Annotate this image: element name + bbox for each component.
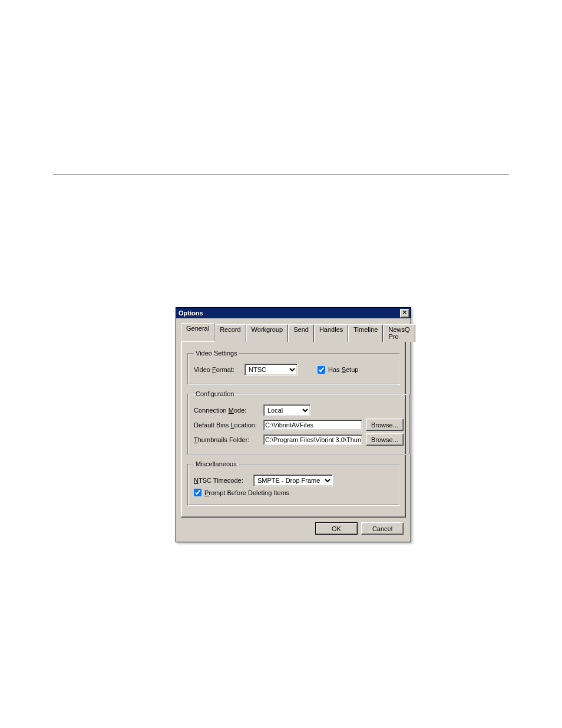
- video-format-label: Video Format:: [194, 366, 241, 373]
- row-ntsc-timecode: NTSC Timecode: SMPTE - Drop Frame: [194, 475, 393, 486]
- tab-handles[interactable]: Handles: [314, 324, 348, 342]
- dialog-button-row: OK Cancel: [176, 522, 411, 542]
- dialog-title: Options: [178, 308, 203, 318]
- tab-workgroup[interactable]: Workgroup: [246, 324, 289, 342]
- close-icon: ✕: [401, 309, 409, 316]
- ntsc-timecode-select[interactable]: SMPTE - Drop Frame: [253, 475, 333, 486]
- tab-timeline[interactable]: Timeline: [348, 324, 383, 342]
- options-dialog: Options ✕ General Record Workgroup Send …: [176, 307, 411, 542]
- thumbnails-input[interactable]: [263, 434, 362, 445]
- row-thumbnails: Thumbnails Folder: Browse...: [194, 433, 404, 446]
- tab-record[interactable]: Record: [214, 324, 246, 342]
- connection-mode-label: Connection Mode:: [194, 407, 260, 414]
- group-miscellaneous-legend: Miscellaneous: [194, 460, 239, 467]
- tab-general[interactable]: General: [181, 323, 214, 341]
- browse-bins-button[interactable]: Browse...: [366, 419, 404, 431]
- row-prompt-delete: Prompt Before Deleting Items: [194, 489, 393, 496]
- tab-newsq-pro[interactable]: NewsQ Pro: [383, 324, 415, 342]
- cancel-button[interactable]: Cancel: [361, 522, 404, 535]
- page-divider: [53, 174, 509, 175]
- close-button[interactable]: ✕: [400, 309, 409, 318]
- group-configuration: Configuration Connection Mode: Local Def…: [187, 390, 410, 454]
- row-connection-mode: Connection Mode: Local: [194, 404, 404, 416]
- prompt-delete-checkbox[interactable]: [194, 489, 201, 496]
- video-format-select[interactable]: NTSC: [244, 364, 297, 375]
- connection-mode-select[interactable]: Local: [263, 404, 310, 416]
- browse-thumbnails-button[interactable]: Browse...: [366, 433, 404, 446]
- group-miscellaneous: Miscellaneous NTSC Timecode: SMPTE - Dro…: [187, 460, 399, 505]
- row-video-format: Video Format: NTSC Has Setup: [194, 364, 393, 375]
- prompt-delete-label: Prompt Before Deleting Items: [204, 489, 289, 496]
- title-bar: Options ✕: [176, 308, 411, 318]
- prompt-delete-checkbox-row: Prompt Before Deleting Items: [194, 489, 289, 496]
- has-setup-checkbox[interactable]: [318, 366, 325, 374]
- tab-panel-general: Video Settings Video Format: NTSC Has Se…: [181, 341, 406, 518]
- default-bins-input[interactable]: [263, 420, 362, 430]
- has-setup-label: Has Setup: [328, 366, 358, 373]
- has-setup-checkbox-row: Has Setup: [318, 366, 358, 374]
- default-bins-label: Default Bins Location:: [194, 421, 260, 429]
- thumbnails-label: Thumbnails Folder:: [194, 436, 260, 443]
- tab-send[interactable]: Send: [288, 324, 314, 342]
- row-default-bins: Default Bins Location: Browse...: [194, 419, 404, 431]
- group-video-settings: Video Settings Video Format: NTSC Has Se…: [187, 350, 399, 384]
- group-video-settings-legend: Video Settings: [194, 350, 239, 357]
- ntsc-timecode-label: NTSC Timecode:: [194, 477, 250, 484]
- tab-strip: General Record Workgroup Send Handles Ti…: [181, 323, 406, 341]
- ok-button[interactable]: OK: [315, 522, 358, 535]
- group-configuration-legend: Configuration: [194, 390, 236, 397]
